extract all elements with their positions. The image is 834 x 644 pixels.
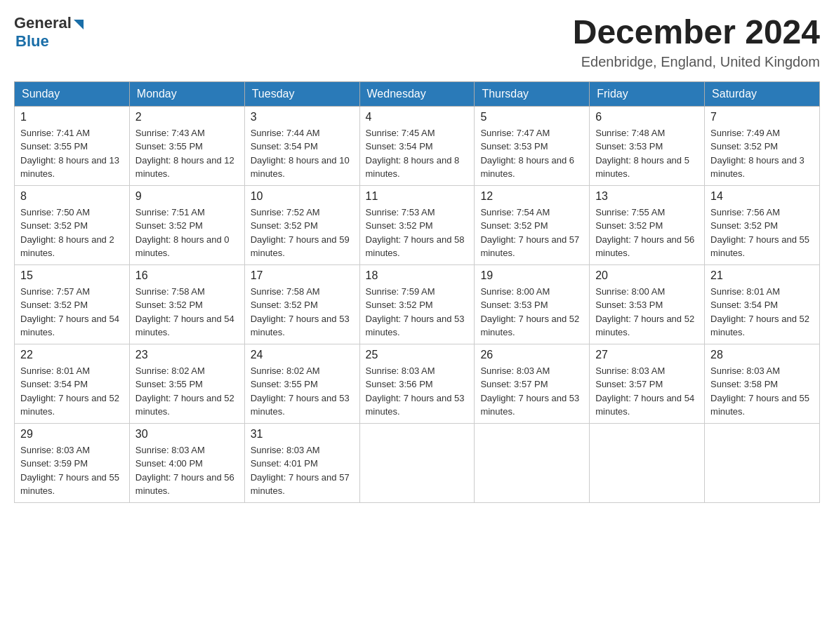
day-info: Sunrise: 8:02 AMSunset: 3:55 PMDaylight:… (251, 364, 354, 419)
day-cell: 21 Sunrise: 8:01 AMSunset: 3:54 PMDaylig… (705, 264, 820, 344)
day-number: 3 (251, 111, 354, 123)
day-number: 17 (251, 269, 354, 282)
day-number: 25 (366, 349, 469, 361)
day-info: Sunrise: 8:03 AMSunset: 4:01 PMDaylight:… (251, 443, 354, 498)
day-info: Sunrise: 8:03 AMSunset: 3:59 PMDaylight:… (20, 443, 124, 498)
day-info: Sunrise: 7:53 AMSunset: 3:52 PMDaylight:… (366, 206, 469, 260)
day-number: 20 (595, 269, 699, 282)
week-row-5: 29 Sunrise: 8:03 AMSunset: 3:59 PMDaylig… (15, 423, 820, 502)
day-cell: 7 Sunrise: 7:49 AMSunset: 3:52 PMDayligh… (705, 106, 820, 185)
day-number: 28 (710, 349, 814, 361)
day-cell: 18 Sunrise: 7:59 AMSunset: 3:52 PMDaylig… (359, 264, 475, 344)
day-number: 21 (710, 269, 814, 282)
week-row-3: 15 Sunrise: 7:57 AMSunset: 3:52 PMDaylig… (15, 264, 820, 344)
day-cell: 24 Sunrise: 8:02 AMSunset: 3:55 PMDaylig… (244, 344, 359, 423)
header-monday: Monday (129, 81, 244, 106)
week-row-2: 8 Sunrise: 7:50 AMSunset: 3:52 PMDayligh… (15, 185, 820, 264)
header-friday: Friday (590, 81, 705, 106)
header-sunday: Sunday (15, 81, 130, 106)
day-info: Sunrise: 7:48 AMSunset: 3:53 PMDaylight:… (595, 126, 699, 181)
day-info: Sunrise: 7:58 AMSunset: 3:52 PMDaylight:… (251, 285, 354, 340)
day-number: 26 (480, 349, 583, 361)
day-info: Sunrise: 8:03 AMSunset: 3:58 PMDaylight:… (710, 364, 814, 419)
logo-general-text: General (14, 14, 72, 32)
day-cell: 27 Sunrise: 8:03 AMSunset: 3:57 PMDaylig… (590, 344, 705, 423)
day-cell (590, 423, 705, 502)
day-info: Sunrise: 7:51 AMSunset: 3:52 PMDaylight:… (135, 206, 239, 260)
day-number: 5 (480, 111, 583, 123)
header-thursday: Thursday (475, 81, 590, 106)
header-saturday: Saturday (705, 81, 820, 106)
day-info: Sunrise: 8:01 AMSunset: 3:54 PMDaylight:… (20, 364, 124, 419)
day-info: Sunrise: 7:56 AMSunset: 3:52 PMDaylight:… (710, 206, 814, 260)
day-cell: 6 Sunrise: 7:48 AMSunset: 3:53 PMDayligh… (590, 106, 705, 185)
day-number: 27 (595, 349, 699, 361)
day-number: 11 (366, 190, 469, 203)
logo-arrow-icon (74, 20, 84, 29)
day-cell: 29 Sunrise: 8:03 AMSunset: 3:59 PMDaylig… (15, 423, 130, 502)
day-cell: 13 Sunrise: 7:55 AMSunset: 3:52 PMDaylig… (590, 185, 705, 264)
day-info: Sunrise: 8:03 AMSunset: 3:57 PMDaylight:… (595, 364, 699, 419)
day-cell: 17 Sunrise: 7:58 AMSunset: 3:52 PMDaylig… (244, 264, 359, 344)
day-number: 30 (135, 428, 239, 441)
day-cell: 10 Sunrise: 7:52 AMSunset: 3:52 PMDaylig… (244, 185, 359, 264)
day-cell: 28 Sunrise: 8:03 AMSunset: 3:58 PMDaylig… (705, 344, 820, 423)
day-number: 13 (595, 190, 699, 203)
day-number: 1 (20, 111, 124, 123)
day-number: 24 (251, 349, 354, 361)
day-cell (475, 423, 590, 502)
day-cell: 30 Sunrise: 8:03 AMSunset: 4:00 PMDaylig… (129, 423, 244, 502)
logo: General Blue (14, 14, 84, 51)
day-number: 6 (595, 111, 699, 123)
day-cell: 9 Sunrise: 7:51 AMSunset: 3:52 PMDayligh… (129, 185, 244, 264)
day-cell: 20 Sunrise: 8:00 AMSunset: 3:53 PMDaylig… (590, 264, 705, 344)
day-info: Sunrise: 8:02 AMSunset: 3:55 PMDaylight:… (135, 364, 239, 419)
day-info: Sunrise: 7:55 AMSunset: 3:52 PMDaylight:… (595, 206, 699, 260)
day-cell: 1 Sunrise: 7:41 AMSunset: 3:55 PMDayligh… (15, 106, 130, 185)
day-cell: 2 Sunrise: 7:43 AMSunset: 3:55 PMDayligh… (129, 106, 244, 185)
header-wednesday: Wednesday (359, 81, 475, 106)
day-info: Sunrise: 8:00 AMSunset: 3:53 PMDaylight:… (480, 285, 583, 340)
day-number: 7 (710, 111, 814, 123)
week-row-4: 22 Sunrise: 8:01 AMSunset: 3:54 PMDaylig… (15, 344, 820, 423)
day-number: 16 (135, 269, 239, 282)
day-cell: 31 Sunrise: 8:03 AMSunset: 4:01 PMDaylig… (244, 423, 359, 502)
day-info: Sunrise: 7:47 AMSunset: 3:53 PMDaylight:… (480, 126, 583, 181)
month-title: December 2024 (573, 14, 820, 51)
location: Edenbridge, England, United Kingdom (573, 54, 820, 70)
header-tuesday: Tuesday (244, 81, 359, 106)
day-info: Sunrise: 7:58 AMSunset: 3:52 PMDaylight:… (135, 285, 239, 340)
day-info: Sunrise: 7:52 AMSunset: 3:52 PMDaylight:… (251, 206, 354, 260)
day-number: 18 (366, 269, 469, 282)
title-section: December 2024 Edenbridge, England, Unite… (573, 14, 820, 70)
day-info: Sunrise: 7:41 AMSunset: 3:55 PMDaylight:… (20, 126, 124, 181)
day-cell: 15 Sunrise: 7:57 AMSunset: 3:52 PMDaylig… (15, 264, 130, 344)
day-number: 31 (251, 428, 354, 441)
day-number: 10 (251, 190, 354, 203)
day-info: Sunrise: 7:45 AMSunset: 3:54 PMDaylight:… (366, 126, 469, 181)
day-info: Sunrise: 7:54 AMSunset: 3:52 PMDaylight:… (480, 206, 583, 260)
day-info: Sunrise: 7:59 AMSunset: 3:52 PMDaylight:… (366, 285, 469, 340)
day-info: Sunrise: 7:49 AMSunset: 3:52 PMDaylight:… (710, 126, 814, 181)
day-cell: 5 Sunrise: 7:47 AMSunset: 3:53 PMDayligh… (475, 106, 590, 185)
day-number: 23 (135, 349, 239, 361)
week-row-1: 1 Sunrise: 7:41 AMSunset: 3:55 PMDayligh… (15, 106, 820, 185)
day-info: Sunrise: 7:44 AMSunset: 3:54 PMDaylight:… (251, 126, 354, 181)
day-cell: 12 Sunrise: 7:54 AMSunset: 3:52 PMDaylig… (475, 185, 590, 264)
day-info: Sunrise: 8:03 AMSunset: 3:56 PMDaylight:… (366, 364, 469, 419)
day-info: Sunrise: 8:01 AMSunset: 3:54 PMDaylight:… (710, 285, 814, 340)
day-number: 4 (366, 111, 469, 123)
day-cell: 11 Sunrise: 7:53 AMSunset: 3:52 PMDaylig… (359, 185, 475, 264)
day-number: 29 (20, 428, 124, 441)
page-header: General Blue December 2024 Edenbridge, E… (14, 14, 820, 70)
day-cell (359, 423, 475, 502)
day-number: 8 (20, 190, 124, 203)
day-cell: 19 Sunrise: 8:00 AMSunset: 3:53 PMDaylig… (475, 264, 590, 344)
day-number: 22 (20, 349, 124, 361)
day-cell (705, 423, 820, 502)
day-info: Sunrise: 7:50 AMSunset: 3:52 PMDaylight:… (20, 206, 124, 260)
calendar-table: SundayMondayTuesdayWednesdayThursdayFrid… (14, 81, 820, 503)
day-info: Sunrise: 8:03 AMSunset: 3:57 PMDaylight:… (480, 364, 583, 419)
day-cell: 8 Sunrise: 7:50 AMSunset: 3:52 PMDayligh… (15, 185, 130, 264)
day-cell: 16 Sunrise: 7:58 AMSunset: 3:52 PMDaylig… (129, 264, 244, 344)
